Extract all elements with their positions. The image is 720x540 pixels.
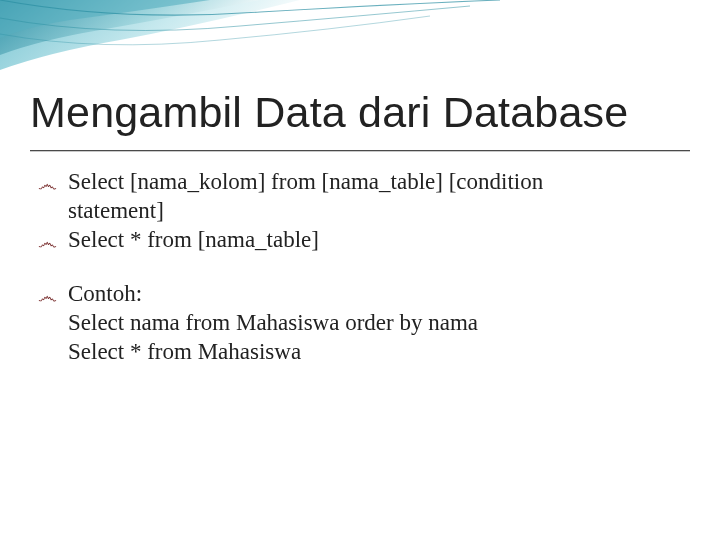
title-underline <box>30 150 690 152</box>
decorative-corner <box>0 0 720 90</box>
bullet-text: Select * from [nama_table] <box>68 227 319 252</box>
bullet-icon: ෴ <box>38 284 57 309</box>
bullet-continuation: statement] <box>38 197 680 226</box>
bullet-text: Select [nama_kolom] from [nama_table] [c… <box>68 169 543 194</box>
bullet-subtext: Select * from Mahasiswa <box>38 338 680 367</box>
slide-title: Mengambil Data dari Database <box>30 88 690 137</box>
slide: Mengambil Data dari Database ෴ Select [n… <box>0 0 720 540</box>
bullet-item: ෴ Contoh: <box>38 280 680 309</box>
bullet-text: Contoh: <box>68 281 142 306</box>
bullet-icon: ෴ <box>38 230 57 255</box>
spacer <box>38 254 680 280</box>
bullet-icon: ෴ <box>38 172 57 197</box>
bullet-subtext: Select nama from Mahasiswa order by nama <box>38 309 680 338</box>
bullet-item: ෴ Select [nama_kolom] from [nama_table] … <box>38 168 680 197</box>
slide-body: ෴ Select [nama_kolom] from [nama_table] … <box>38 168 680 367</box>
bullet-item: ෴ Select * from [nama_table] <box>38 226 680 255</box>
